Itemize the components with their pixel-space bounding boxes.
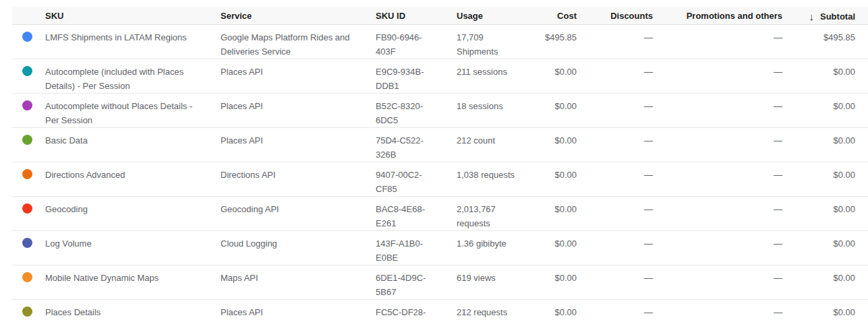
cost-value-cell: $0.00 — [538, 128, 577, 162]
table-row: Directions AdvancedDirections API9407-00… — [12, 162, 868, 197]
promotions-value-cell: — — [653, 300, 782, 322]
sku-id-value-cell: 9407-00C2-CF85 — [376, 162, 457, 197]
dot-cell — [12, 94, 45, 128]
sku-name: Geocoding — [45, 204, 88, 214]
cost-value-cell: $0.00 — [538, 59, 577, 94]
dot-column-header — [12, 7, 45, 25]
column-header-sku-id[interactable]: SKU ID — [376, 7, 457, 25]
usage-value-cell: 212 requests — [457, 300, 538, 322]
cost-value: $0.00 — [554, 101, 577, 111]
service-name: Places API — [221, 101, 263, 111]
table-row: GeocodingGeocoding APIBAC8-4E68-E2612,01… — [12, 197, 868, 231]
promotions-value: — — [774, 204, 782, 214]
usage-value: 212 requests — [457, 305, 507, 319]
discounts-value: — — [644, 204, 653, 214]
service-name-cell: Places API — [221, 300, 376, 322]
cost-value: $0.00 — [554, 67, 577, 77]
column-header-promotions[interactable]: Promotions and others — [653, 7, 782, 25]
sku-id-value-cell: 75D4-C522-326B — [376, 128, 457, 162]
column-header-service[interactable]: Service — [221, 7, 376, 25]
sku-name-cell: LMFS Shipments in LATAM Regions — [45, 25, 221, 59]
subtotal-value-cell: $0.00 — [782, 231, 868, 265]
sku-color-dot — [22, 32, 32, 42]
sku-name: Basic Data — [45, 135, 88, 146]
promotions-value-cell: — — [653, 265, 782, 300]
usage-value: 1.36 gibibyte — [457, 236, 507, 251]
usage-value: 2,013,767 requests — [457, 202, 521, 230]
sku-id-value: 6DE1-4D9C-5B67 — [376, 271, 434, 299]
subtotal-value-cell: $0.00 — [782, 128, 868, 162]
sku-name: Directions Advanced — [45, 170, 125, 180]
service-name: Places API — [221, 67, 263, 77]
sku-name: Autocomplete without Places Details - Pe… — [45, 101, 192, 125]
dot-cell — [12, 265, 45, 300]
usage-value-cell: 2,013,767 requests — [457, 197, 538, 231]
cost-value-cell: $0.00 — [538, 231, 577, 265]
subtotal-value: $0.00 — [833, 238, 855, 249]
subtotal-value: $0.00 — [833, 204, 855, 214]
sku-id-value-cell: 6DE1-4D9C-5B67 — [376, 265, 457, 300]
column-header-sku[interactable]: SKU — [45, 7, 221, 25]
promotions-value-cell: — — [653, 25, 782, 59]
service-name-cell: Geocoding API — [221, 197, 376, 231]
billing-sku-table-page: SKU Service SKU ID Usage Cost Discounts … — [0, 0, 868, 322]
sku-id-value: 75D4-C522-326B — [376, 133, 434, 162]
sku-color-dot — [22, 272, 32, 282]
service-name: Google Maps Platform Rides and Deliverie… — [221, 32, 349, 57]
discounts-value: — — [644, 67, 653, 77]
cost-value: $0.00 — [554, 204, 577, 214]
sku-name-cell: Autocomplete (included with Places Detai… — [45, 59, 221, 94]
promotions-value-cell: — — [653, 59, 782, 94]
column-header-cost[interactable]: Cost — [538, 7, 577, 25]
cost-value: $0.00 — [554, 135, 577, 146]
usage-value-cell: 212 count — [457, 128, 538, 162]
cost-value: $0.00 — [554, 307, 577, 317]
sku-name-cell: Directions Advanced — [45, 162, 221, 197]
sku-id-value: 143F-A1B0-E0BE — [376, 236, 434, 265]
service-name-cell: Places API — [221, 128, 376, 162]
subtotal-value: $0.00 — [833, 273, 855, 283]
column-header-subtotal[interactable]: ↓Subtotal — [782, 7, 868, 25]
sku-name: Places Details — [45, 307, 100, 317]
service-name-cell: Maps API — [221, 265, 376, 300]
promotions-value: — — [774, 135, 782, 146]
usage-value: 619 views — [457, 271, 496, 285]
promotions-value: — — [774, 170, 782, 180]
subtotal-value: $0.00 — [833, 67, 855, 77]
usage-value-cell: 18 sessions — [457, 94, 538, 128]
service-name-cell: Directions API — [221, 162, 376, 197]
column-header-discounts[interactable]: Discounts — [577, 7, 653, 25]
cost-value: $0.00 — [554, 273, 577, 283]
table-row: Autocomplete (included with Places Detai… — [12, 59, 868, 94]
dot-cell — [12, 300, 45, 322]
table-header: SKU Service SKU ID Usage Cost Discounts … — [12, 7, 868, 25]
sku-name-cell: Basic Data — [45, 128, 221, 162]
cost-value-cell: $0.00 — [538, 265, 577, 300]
sku-color-dot — [22, 238, 32, 248]
subtotal-value: $0.00 — [833, 135, 855, 146]
sku-id-value: FB90-6946-403F — [376, 30, 434, 59]
table-body: LMFS Shipments in LATAM RegionsGoogle Ma… — [12, 25, 868, 322]
usage-value: 211 sessions — [457, 65, 507, 79]
promotions-value: — — [774, 307, 782, 317]
table-header-row: SKU Service SKU ID Usage Cost Discounts … — [12, 7, 868, 25]
sort-descending-arrow-icon: ↓ — [809, 11, 815, 22]
sku-color-dot — [22, 203, 32, 214]
service-name: Maps API — [221, 273, 258, 283]
sku-name-cell: Mobile Native Dynamic Maps — [45, 265, 221, 300]
subtotal-value: $495.85 — [823, 32, 855, 42]
promotions-value-cell: — — [653, 162, 782, 197]
service-name: Cloud Logging — [221, 238, 277, 249]
table-row: Autocomplete without Places Details - Pe… — [12, 94, 868, 128]
promotions-value: — — [774, 273, 782, 283]
sku-name-cell: Autocomplete without Places Details - Pe… — [45, 94, 221, 128]
discounts-value-cell: — — [577, 25, 653, 59]
usage-value-cell: 619 views — [457, 265, 538, 300]
sku-id-value-cell: B52C-8320-6DC5 — [376, 94, 457, 128]
sku-name-cell: Geocoding — [45, 197, 221, 231]
column-header-usage[interactable]: Usage — [457, 7, 538, 25]
dot-cell — [12, 25, 45, 59]
sku-id-value: B52C-8320-6DC5 — [376, 99, 434, 127]
table-row: LMFS Shipments in LATAM RegionsGoogle Ma… — [12, 25, 868, 59]
sku-color-dot — [22, 169, 32, 179]
